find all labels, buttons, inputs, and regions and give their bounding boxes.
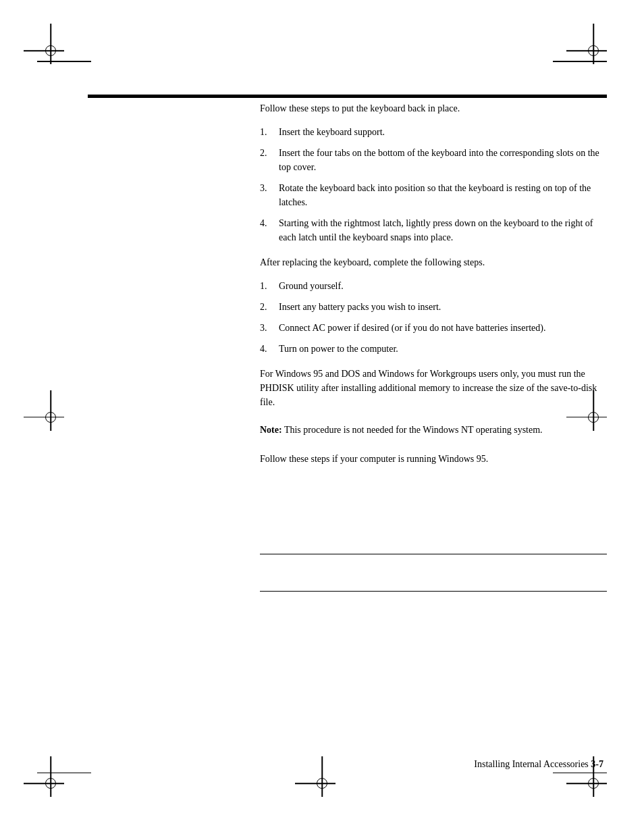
list-number: 4. <box>260 216 279 244</box>
reg-mark-bottom-center <box>308 770 336 797</box>
list-number: 1. <box>260 279 279 293</box>
main-content: Follow these steps to put the keyboard b… <box>260 101 603 766</box>
list-number: 2. <box>260 146 279 174</box>
list-number: 3. <box>260 181 279 209</box>
list-item: 1. Ground yourself. <box>260 279 603 293</box>
note-text: This procedure is not needed for the Win… <box>282 425 543 435</box>
note-box: Note: This procedure is not needed for t… <box>260 419 603 441</box>
list-item: 3. Rotate the keyboard back into positio… <box>260 181 603 209</box>
after-paragraph: After replacing the keyboard, complete t… <box>260 255 603 269</box>
list-number: 3. <box>260 321 279 335</box>
footer-text: Installing Internal Accessories <box>474 759 591 769</box>
steps-list-1: 1. Insert the keyboard support. 2. Inser… <box>260 125 603 244</box>
list-item: 1. Insert the keyboard support. <box>260 125 603 139</box>
windows-paragraph: For Windows 95 and DOS and Windows for W… <box>260 367 603 409</box>
top-rule-bar <box>88 95 607 98</box>
list-item: 3. Connect AC power if desired (or if yo… <box>260 321 603 335</box>
reg-mark-top-left <box>37 37 64 64</box>
top-rule-right <box>553 61 607 62</box>
list-text: Turn on power to the computer. <box>279 342 603 356</box>
list-text: Insert the four tabs on the bottom of th… <box>279 146 603 174</box>
list-item: 2. Insert the four tabs on the bottom of… <box>260 146 603 174</box>
footer: Installing Internal Accessories 3-7 <box>474 759 603 770</box>
list-text: Connect AC power if desired (or if you d… <box>279 321 603 335</box>
list-number: 1. <box>260 125 279 139</box>
reg-mark-top-right <box>580 37 607 64</box>
list-item: 2. Insert any battery packs you wish to … <box>260 300 603 314</box>
steps-list-2: 1. Ground yourself. 2. Insert any batter… <box>260 279 603 356</box>
reg-mark-bottom-left <box>37 770 64 797</box>
reg-mark-bottom-right <box>580 770 607 797</box>
list-text: Insert any battery packs you wish to ins… <box>279 300 603 314</box>
note-label: Note: <box>260 425 282 435</box>
list-text: Insert the keyboard support. <box>279 125 603 139</box>
list-number: 4. <box>260 342 279 356</box>
follow-paragraph: Follow these steps if your computer is r… <box>260 452 603 466</box>
list-item: 4. Starting with the rightmost latch, li… <box>260 216 603 244</box>
list-item: 4. Turn on power to the computer. <box>260 342 603 356</box>
list-text: Ground yourself. <box>279 279 603 293</box>
list-number: 2. <box>260 300 279 314</box>
list-text: Starting with the rightmost latch, light… <box>279 216 603 244</box>
reg-mark-middle-left <box>37 404 64 431</box>
list-text: Rotate the keyboard back into position s… <box>279 181 603 209</box>
intro-paragraph: Follow these steps to put the keyboard b… <box>260 101 603 115</box>
top-rule-left <box>37 61 91 62</box>
page: Follow these steps to put the keyboard b… <box>0 0 644 834</box>
